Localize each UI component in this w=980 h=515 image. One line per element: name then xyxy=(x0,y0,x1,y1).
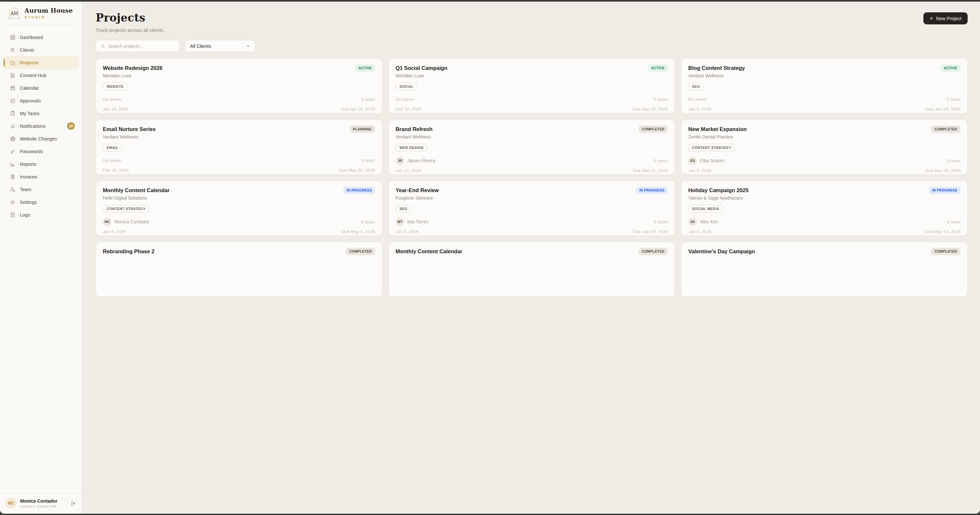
project-owner: MCMonica Contador xyxy=(103,217,150,226)
project-title: Monthly Content Calendar xyxy=(103,187,170,194)
project-meta-row: JRJames Rivera5 tasks xyxy=(396,156,490,165)
sidebar-item-team[interactable]: Team xyxy=(3,183,79,196)
reports-icon xyxy=(10,161,16,167)
tasks-count: 5 tasks xyxy=(361,158,375,163)
due-date: Due May 30, 2026 xyxy=(339,168,375,173)
project-title: Year-End Review xyxy=(396,187,439,194)
owner-name: James Rivera xyxy=(407,158,435,163)
sidebar-item-projects[interactable]: Projects xyxy=(3,56,79,69)
project-tag: SOCIAL xyxy=(396,82,417,90)
clients-icon xyxy=(10,47,16,53)
owner-avatar: MT xyxy=(396,217,404,226)
project-card-header: Monthly Content CalendarCOMPLETED xyxy=(396,248,490,255)
sidebar-item-label: Logs xyxy=(20,212,30,217)
project-client: Verdant Wellness xyxy=(103,134,375,139)
filters-row: All Clients xyxy=(95,40,490,52)
sidebar-item-my-tasks[interactable]: My Tasks xyxy=(3,107,79,120)
content-hub-icon xyxy=(10,73,16,78)
sidebar-item-website-changes[interactable]: Website Changes xyxy=(3,132,79,145)
client-filter-select[interactable]: All Clients xyxy=(185,40,255,52)
sidebar-item-reports[interactable]: Reports xyxy=(3,158,79,170)
no-owner-label: No owner xyxy=(103,97,122,102)
project-card-header: Year-End ReviewIN PROGRESS xyxy=(396,187,490,194)
sidebar-item-approvals[interactable]: Approvals xyxy=(3,94,79,107)
settings-icon xyxy=(10,199,16,205)
sidebar-item-label: Clients xyxy=(20,48,34,53)
tasks-count: 5 tasks xyxy=(361,97,375,102)
search-input[interactable] xyxy=(108,44,175,49)
sidebar-item-passwords[interactable]: Passwords xyxy=(3,145,79,158)
project-card[interactable]: Q1 Social CampaignACTIVEMeridian LuxeSOC… xyxy=(388,59,490,114)
project-card[interactable]: Brand RefreshCOMPLETEDVerdant WellnessWE… xyxy=(388,120,490,174)
no-owner-label: No owner xyxy=(103,158,122,163)
sidebar-item-dashboard[interactable]: Dashboard xyxy=(3,31,79,44)
project-meta-row: No owner5 tasks xyxy=(103,156,375,165)
owner-name: Monica Contador xyxy=(115,219,150,224)
project-owner: MTMia Torres xyxy=(396,217,428,226)
sidebar-item-calendar[interactable]: Calendar xyxy=(3,82,79,94)
project-card[interactable]: Monthly Content CalendarCOMPLETED xyxy=(388,242,490,258)
project-meta-row: MCMonica Contador6 tasks xyxy=(103,217,375,226)
projects-grid: Website Redesign 2026ACTIVEMeridian Luxe… xyxy=(95,59,490,258)
sidebar-item-clients[interactable]: Clients xyxy=(3,44,79,56)
project-card[interactable]: Email Nurture SeriesPLANNINGVerdant Well… xyxy=(95,120,382,174)
project-tag: EMAIL xyxy=(103,144,123,152)
project-title: Q1 Social Campaign xyxy=(396,64,448,71)
app-window: AH AURUM HOUSE Aurum House STUDIO Dashbo… xyxy=(0,2,490,258)
sidebar-item-label: Reports xyxy=(20,162,37,167)
project-card[interactable]: Website Redesign 2026ACTIVEMeridian Luxe… xyxy=(95,59,382,114)
status-badge: ACTIVE xyxy=(355,64,375,72)
my-tasks-icon xyxy=(10,111,16,116)
sidebar-item-label: Content Hub xyxy=(20,73,46,78)
sidebar-nav: DashboardClientsProjectsContent HubCalen… xyxy=(0,25,82,258)
sidebar-item-label: Notifications xyxy=(20,124,46,129)
project-card[interactable]: Rebranding Phase 2COMPLETED xyxy=(95,242,382,258)
tasks-count: 6 tasks xyxy=(361,219,375,224)
project-card-header: Q1 Social CampaignACTIVE xyxy=(396,64,490,72)
project-card-header: Website Redesign 2026ACTIVE xyxy=(103,64,375,72)
project-title: Rebranding Phase 2 xyxy=(103,248,154,255)
sidebar-item-label: Team xyxy=(20,187,31,192)
logs-icon xyxy=(10,212,16,218)
sidebar-item-label: Dashboard xyxy=(20,35,43,40)
brand-logo-house-icon: AH AURUM HOUSE xyxy=(7,6,21,20)
project-meta-row: No owner5 tasks xyxy=(396,95,490,104)
search-icon xyxy=(100,44,105,48)
owner-name: Mia Torres xyxy=(407,219,428,224)
notifications-icon xyxy=(10,123,16,129)
project-card[interactable]: Monthly Content CalendarIN PROGRESSHelix… xyxy=(95,181,382,236)
start-date: Jan 8, 2026 xyxy=(103,229,126,234)
project-dates-row: Jan 14, 2026Due Apr 29, 2026 xyxy=(103,107,375,111)
sidebar-item-notifications[interactable]: Notifications12 xyxy=(3,120,79,132)
start-date: Jan 10, 2026 xyxy=(396,168,421,173)
project-dates-row: Jan 10, 2026Due Mar 11, 2026 xyxy=(396,168,490,173)
passwords-icon xyxy=(10,149,16,154)
sidebar-item-label: Settings xyxy=(20,200,37,205)
project-client: Meridian Luxe xyxy=(396,73,490,78)
status-badge: PLANNING xyxy=(350,125,375,133)
project-client: Helix Digital Solutions xyxy=(103,195,375,201)
sidebar: AH AURUM HOUSE Aurum House STUDIO Dashbo… xyxy=(0,2,82,258)
project-title: Monthly Content Calendar xyxy=(396,248,462,255)
sidebar-item-label: My Tasks xyxy=(20,111,39,116)
project-dates-row: Jan 5, 2026Due Jan 19, 2026 xyxy=(396,229,490,234)
project-card[interactable]: Year-End ReviewIN PROGRESSFoxglove Skinc… xyxy=(388,181,490,236)
sidebar-item-logs[interactable]: Logs xyxy=(3,208,79,221)
start-date: Jan 14, 2026 xyxy=(103,107,128,111)
project-card-header: Email Nurture SeriesPLANNING xyxy=(103,125,375,133)
chevron-down-icon xyxy=(246,44,251,48)
sidebar-item-label: Invoices xyxy=(20,174,37,179)
project-tag: WEBSITE xyxy=(103,82,127,90)
status-badge: COMPLETED xyxy=(346,248,375,255)
sidebar-item-settings[interactable]: Settings xyxy=(3,196,79,208)
project-tag: WEB DESIGN xyxy=(396,144,428,152)
start-date: Feb 28, 2026 xyxy=(103,168,129,173)
project-tag: CONTENT STRATEGY xyxy=(103,205,150,212)
brand-header: AH AURUM HOUSE Aurum House STUDIO xyxy=(0,2,82,24)
project-tag: SEO xyxy=(396,205,411,212)
status-badge: IN PROGRESS xyxy=(343,187,375,194)
project-dates-row: Dec 31, 2025Due Mar 30, 2026 xyxy=(396,107,490,111)
main-content: Projects Track projects across all clien… xyxy=(82,2,490,258)
sidebar-item-content-hub[interactable]: Content Hub xyxy=(3,69,79,82)
sidebar-item-invoices[interactable]: Invoices xyxy=(3,170,79,183)
